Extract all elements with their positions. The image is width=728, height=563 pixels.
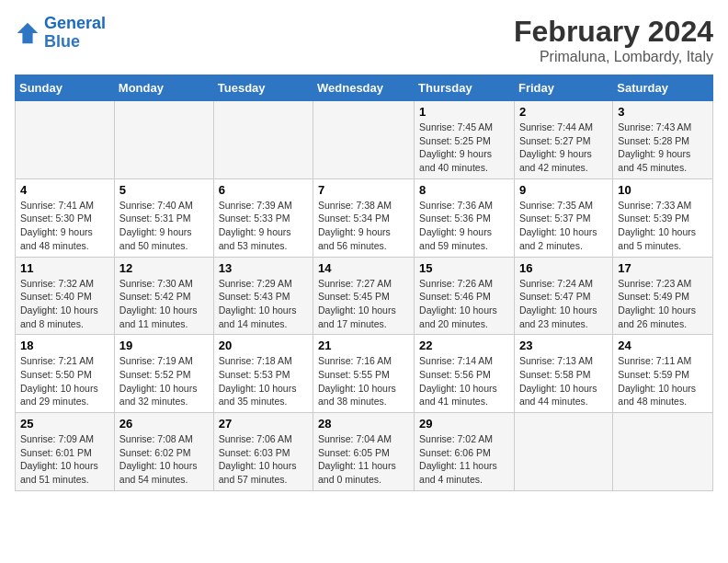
calendar-cell: 7Sunrise: 7:38 AM Sunset: 5:34 PM Daylig… [313, 178, 415, 257]
day-info: Sunrise: 7:33 AM Sunset: 5:39 PM Dayligh… [618, 199, 708, 253]
calendar-week-row: 18Sunrise: 7:21 AM Sunset: 5:50 PM Dayli… [16, 335, 713, 413]
calendar-cell: 2Sunrise: 7:44 AM Sunset: 5:27 PM Daylig… [514, 101, 612, 179]
calendar-cell [16, 101, 115, 179]
day-number: 14 [318, 261, 409, 275]
calendar-cell: 26Sunrise: 7:08 AM Sunset: 6:02 PM Dayli… [114, 413, 213, 491]
day-number: 25 [20, 417, 109, 431]
weekday-header-friday: Friday [514, 75, 612, 101]
day-info: Sunrise: 7:35 AM Sunset: 5:37 PM Dayligh… [519, 199, 608, 253]
calendar-cell: 11Sunrise: 7:32 AM Sunset: 5:40 PM Dayli… [16, 257, 115, 335]
day-info: Sunrise: 7:27 AM Sunset: 5:45 PM Dayligh… [318, 277, 409, 331]
calendar-cell: 15Sunrise: 7:26 AM Sunset: 5:46 PM Dayli… [415, 257, 515, 335]
day-number: 27 [219, 417, 308, 431]
day-info: Sunrise: 7:38 AM Sunset: 5:34 PM Dayligh… [318, 199, 409, 253]
day-number: 2 [519, 105, 608, 119]
calendar-cell: 16Sunrise: 7:24 AM Sunset: 5:47 PM Dayli… [514, 257, 612, 335]
day-info: Sunrise: 7:18 AM Sunset: 5:53 PM Dayligh… [219, 354, 308, 408]
calendar-table: SundayMondayTuesdayWednesdayThursdayFrid… [15, 75, 713, 491]
day-info: Sunrise: 7:36 AM Sunset: 5:36 PM Dayligh… [419, 199, 509, 253]
calendar-cell: 6Sunrise: 7:39 AM Sunset: 5:33 PM Daylig… [213, 178, 313, 257]
calendar-cell: 4Sunrise: 7:41 AM Sunset: 5:30 PM Daylig… [16, 178, 115, 257]
day-number: 8 [419, 183, 509, 197]
day-info: Sunrise: 7:13 AM Sunset: 5:58 PM Dayligh… [519, 354, 608, 408]
day-number: 9 [519, 183, 608, 197]
day-number: 23 [519, 339, 608, 352]
logo-text: General Blue [44, 15, 106, 52]
calendar-cell: 23Sunrise: 7:13 AM Sunset: 5:58 PM Dayli… [514, 335, 612, 413]
calendar-cell [613, 413, 713, 491]
weekday-header-sunday: Sunday [16, 75, 115, 101]
calendar-cell: 1Sunrise: 7:45 AM Sunset: 5:25 PM Daylig… [415, 101, 515, 179]
day-number: 11 [20, 261, 109, 275]
header-area: General Blue February 2024 Primaluna, Lo… [15, 15, 713, 65]
calendar-cell: 18Sunrise: 7:21 AM Sunset: 5:50 PM Dayli… [16, 335, 115, 413]
day-number: 4 [20, 183, 109, 197]
weekday-header-wednesday: Wednesday [313, 75, 415, 101]
main-title: February 2024 [514, 15, 713, 49]
day-info: Sunrise: 7:19 AM Sunset: 5:52 PM Dayligh… [119, 354, 209, 408]
day-number: 13 [219, 261, 308, 275]
day-info: Sunrise: 7:08 AM Sunset: 6:02 PM Dayligh… [119, 432, 209, 487]
day-number: 28 [318, 417, 409, 431]
day-number: 29 [419, 417, 509, 431]
calendar-cell: 5Sunrise: 7:40 AM Sunset: 5:31 PM Daylig… [114, 178, 213, 257]
title-area: February 2024 Primaluna, Lombardy, Italy [514, 15, 713, 65]
day-number: 12 [119, 261, 209, 275]
day-number: 20 [219, 339, 308, 352]
calendar-week-row: 1Sunrise: 7:45 AM Sunset: 5:25 PM Daylig… [16, 101, 713, 179]
day-info: Sunrise: 7:14 AM Sunset: 5:56 PM Dayligh… [419, 354, 509, 408]
day-info: Sunrise: 7:02 AM Sunset: 6:06 PM Dayligh… [419, 432, 509, 487]
day-info: Sunrise: 7:30 AM Sunset: 5:42 PM Dayligh… [119, 277, 209, 331]
day-number: 5 [119, 183, 209, 197]
day-info: Sunrise: 7:04 AM Sunset: 6:05 PM Dayligh… [318, 432, 409, 487]
calendar-cell [313, 101, 415, 179]
day-number: 15 [419, 261, 509, 275]
day-info: Sunrise: 7:26 AM Sunset: 5:46 PM Dayligh… [419, 277, 509, 331]
weekday-header-monday: Monday [114, 75, 213, 101]
calendar-cell: 9Sunrise: 7:35 AM Sunset: 5:37 PM Daylig… [514, 178, 612, 257]
day-info: Sunrise: 7:39 AM Sunset: 5:33 PM Dayligh… [219, 199, 308, 253]
calendar-cell [514, 413, 612, 491]
logo: General Blue [15, 15, 106, 52]
calendar-cell [213, 101, 313, 179]
day-number: 19 [119, 339, 209, 352]
day-number: 26 [119, 417, 209, 431]
calendar-cell: 28Sunrise: 7:04 AM Sunset: 6:05 PM Dayli… [313, 413, 415, 491]
day-number: 18 [20, 339, 109, 352]
calendar-cell: 12Sunrise: 7:30 AM Sunset: 5:42 PM Dayli… [114, 257, 213, 335]
svg-marker-0 [17, 23, 38, 43]
logo-icon [15, 20, 40, 46]
day-info: Sunrise: 7:45 AM Sunset: 5:25 PM Dayligh… [419, 121, 509, 175]
weekday-header-thursday: Thursday [415, 75, 515, 101]
day-info: Sunrise: 7:23 AM Sunset: 5:49 PM Dayligh… [618, 277, 708, 331]
weekday-header-row: SundayMondayTuesdayWednesdayThursdayFrid… [16, 75, 713, 101]
calendar-cell: 13Sunrise: 7:29 AM Sunset: 5:43 PM Dayli… [213, 257, 313, 335]
subtitle: Primaluna, Lombardy, Italy [514, 49, 713, 65]
calendar-cell: 20Sunrise: 7:18 AM Sunset: 5:53 PM Dayli… [213, 335, 313, 413]
day-info: Sunrise: 7:44 AM Sunset: 5:27 PM Dayligh… [519, 121, 608, 175]
day-info: Sunrise: 7:43 AM Sunset: 5:28 PM Dayligh… [618, 121, 708, 175]
day-info: Sunrise: 7:41 AM Sunset: 5:30 PM Dayligh… [20, 199, 109, 253]
weekday-header-tuesday: Tuesday [213, 75, 313, 101]
day-info: Sunrise: 7:29 AM Sunset: 5:43 PM Dayligh… [219, 277, 308, 331]
weekday-header-saturday: Saturday [613, 75, 713, 101]
day-number: 22 [419, 339, 509, 352]
day-info: Sunrise: 7:21 AM Sunset: 5:50 PM Dayligh… [20, 354, 109, 408]
calendar-cell: 22Sunrise: 7:14 AM Sunset: 5:56 PM Dayli… [415, 335, 515, 413]
day-number: 21 [318, 339, 409, 352]
calendar-cell: 19Sunrise: 7:19 AM Sunset: 5:52 PM Dayli… [114, 335, 213, 413]
day-number: 7 [318, 183, 409, 197]
day-info: Sunrise: 7:16 AM Sunset: 5:55 PM Dayligh… [318, 354, 409, 408]
calendar-cell [114, 101, 213, 179]
calendar-cell: 14Sunrise: 7:27 AM Sunset: 5:45 PM Dayli… [313, 257, 415, 335]
day-number: 17 [618, 261, 708, 275]
day-info: Sunrise: 7:09 AM Sunset: 6:01 PM Dayligh… [20, 432, 109, 487]
calendar-cell: 8Sunrise: 7:36 AM Sunset: 5:36 PM Daylig… [415, 178, 515, 257]
calendar-cell: 17Sunrise: 7:23 AM Sunset: 5:49 PM Dayli… [613, 257, 713, 335]
calendar-week-row: 4Sunrise: 7:41 AM Sunset: 5:30 PM Daylig… [16, 178, 713, 257]
day-number: 6 [219, 183, 308, 197]
calendar-cell: 24Sunrise: 7:11 AM Sunset: 5:59 PM Dayli… [613, 335, 713, 413]
calendar-cell: 3Sunrise: 7:43 AM Sunset: 5:28 PM Daylig… [613, 101, 713, 179]
calendar-cell: 21Sunrise: 7:16 AM Sunset: 5:55 PM Dayli… [313, 335, 415, 413]
day-number: 10 [618, 183, 708, 197]
